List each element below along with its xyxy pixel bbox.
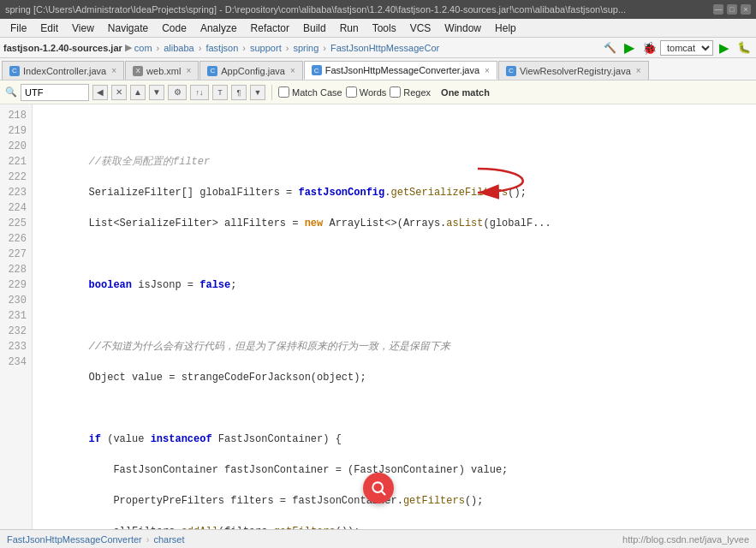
tab-webxml[interactable]: X web.xml × [125, 61, 199, 80]
status-right-text: http://blog.csdn.net/java_lyvee [622, 534, 749, 545]
toolbar: fastjson-1.2.40-sources.jar ▶ com › alib… [0, 38, 756, 58]
menu-item-help[interactable]: Help [488, 21, 523, 36]
breadcrumb-com[interactable]: com [134, 43, 152, 53]
status-method[interactable]: charset [153, 534, 184, 545]
code-line-220: SerializeFilter[] globalFilters = fastJs… [39, 185, 749, 200]
line-numbers: 218 219 220 221 222 223 224 225 226 227 … [0, 104, 33, 529]
line-num: 221 [3, 154, 27, 170]
line-num: 219 [3, 123, 27, 139]
menu-item-code[interactable]: Code [155, 21, 193, 36]
breadcrumb-spring[interactable]: spring [293, 43, 318, 53]
search-icon-small: 🔍 [5, 86, 17, 98]
match-result: One match [441, 87, 490, 98]
search-up-btn[interactable]: ▲ [130, 85, 146, 100]
tab-icon-c2: C [207, 66, 217, 76]
search-options-btn[interactable]: ⚙ [168, 85, 187, 100]
line-num: 234 [3, 354, 27, 370]
search-bar: 🔍 ◀ ✕ ▲ ▼ ⚙ ↑↓ T ¶ ▼ Match Case Words Re… [0, 80, 756, 104]
line-num: 226 [3, 231, 27, 247]
status-class[interactable]: FastJsonHttpMessageConverter [7, 534, 142, 545]
code-line-231: allFilters.addAll(filters.getFilters()); [39, 524, 749, 529]
tab-appconfig[interactable]: C AppConfig.java × [199, 61, 302, 80]
tab-label: AppConfig.java [221, 66, 285, 76]
window-controls[interactable]: — □ × [713, 4, 751, 15]
run-icon[interactable]: ▶ [716, 40, 733, 56]
line-num: 230 [3, 293, 27, 308]
tomcat-select[interactable]: tomcat [660, 40, 713, 56]
toolbar-icon: ▶ [125, 42, 132, 53]
search-filter-btn2[interactable]: T [212, 85, 228, 100]
menu-item-vcs[interactable]: VCS [403, 21, 438, 36]
project-jar[interactable]: fastjson-1.2.40-sources.jar [3, 43, 122, 53]
search-fab-icon [370, 480, 387, 497]
code-line-224 [39, 308, 749, 324]
search-prev-btn[interactable]: ◀ [92, 85, 108, 100]
breadcrumb-fastjson[interactable]: fastjson [205, 43, 238, 53]
search-input-wrap[interactable] [21, 84, 89, 101]
menu-item-tools[interactable]: Tools [366, 21, 403, 36]
match-case-checkbox[interactable] [278, 86, 289, 98]
menu-item-analyze[interactable]: Analyze [193, 21, 244, 36]
menu-bar: FileEditViewNavigateCodeAnalyzeRefactorB… [0, 19, 756, 38]
tab-close[interactable]: × [111, 66, 116, 75]
breadcrumb-class[interactable]: FastJsonHttpMessageCor [330, 43, 439, 53]
search-down-btn[interactable]: ▼ [149, 85, 164, 100]
words-option[interactable]: Words [346, 86, 387, 98]
menu-item-file[interactable]: File [3, 21, 33, 36]
search-filter-btn1[interactable]: ↑↓ [190, 85, 209, 100]
code-line-223: boolean isJsonp = false; [39, 277, 749, 293]
regex-label: Regex [403, 87, 431, 98]
search-filter-btn4[interactable]: ▼ [250, 85, 265, 100]
maximize-btn[interactable]: □ [727, 4, 737, 15]
code-line-228: if (value instanceof FastJsonContainer) … [39, 432, 749, 447]
bug-icon[interactable]: 🐛 [735, 40, 753, 56]
close-btn[interactable]: × [741, 4, 751, 15]
debug-btn[interactable]: 🐞 [640, 40, 658, 56]
regex-checkbox[interactable] [390, 86, 401, 98]
search-input[interactable] [25, 87, 76, 98]
line-num: 228 [3, 262, 27, 277]
minimize-btn[interactable]: — [713, 4, 723, 15]
line-num: 231 [3, 308, 27, 324]
menu-item-refactor[interactable]: Refactor [244, 21, 296, 36]
code-line-218 [39, 123, 749, 139]
tab-label: IndexController.java [23, 66, 106, 76]
menu-item-navigate[interactable]: Navigate [101, 21, 155, 36]
breadcrumb-alibaba[interactable]: alibaba [164, 43, 193, 53]
match-case-option[interactable]: Match Case [278, 86, 342, 98]
search-filter-btn3[interactable]: ¶ [231, 85, 247, 100]
tab-viewresolverregistry[interactable]: C ViewResolverRegistry.java × [498, 61, 649, 80]
line-num: 218 [3, 108, 27, 123]
tab-close[interactable]: × [186, 66, 191, 75]
tab-indexcontroller[interactable]: C IndexController.java × [2, 61, 124, 80]
tab-close[interactable]: × [485, 66, 490, 75]
menu-item-edit[interactable]: Edit [33, 21, 65, 36]
code-line-229: FastJsonContainer fastJsonContainer = (F… [39, 462, 749, 478]
line-num: 233 [3, 339, 27, 354]
build-icon[interactable]: 🔨 [601, 40, 618, 56]
tab-close[interactable]: × [636, 66, 641, 75]
search-fab-button[interactable] [363, 473, 394, 503]
code-line-219: //获取全局配置的filter [39, 154, 749, 170]
tab-label: web.xml [146, 66, 181, 76]
line-num: 225 [3, 216, 27, 231]
run-btn[interactable]: ▶ [621, 40, 638, 56]
title-bar: spring [C:\Users\Administrator\IdeaProje… [0, 0, 756, 19]
breadcrumb-support[interactable]: support [250, 43, 282, 53]
title-text: spring [C:\Users\Administrator\IdeaProje… [5, 4, 626, 15]
menu-item-build[interactable]: Build [296, 21, 333, 36]
words-checkbox[interactable] [346, 86, 357, 98]
tab-icon-c4: C [506, 66, 516, 76]
line-num: 220 [3, 139, 27, 154]
tab-fastjsonhttpmessageconverter[interactable]: C FastJsonHttpMessageConverter.java × [304, 61, 497, 80]
search-clear-btn[interactable]: ✕ [111, 85, 127, 100]
code-line-226: Object value = strangeCodeForJackson(obj… [39, 370, 749, 385]
code-area: 218 219 220 221 222 223 224 225 226 227 … [0, 104, 756, 529]
menu-item-window[interactable]: Window [438, 21, 488, 36]
search-divider [271, 85, 272, 100]
menu-item-run[interactable]: Run [333, 21, 366, 36]
tab-close[interactable]: × [290, 66, 295, 75]
menu-item-view[interactable]: View [65, 21, 101, 36]
regex-option[interactable]: Regex [390, 86, 431, 98]
code-content[interactable]: //获取全局配置的filter SerializeFilter[] global… [33, 104, 756, 529]
